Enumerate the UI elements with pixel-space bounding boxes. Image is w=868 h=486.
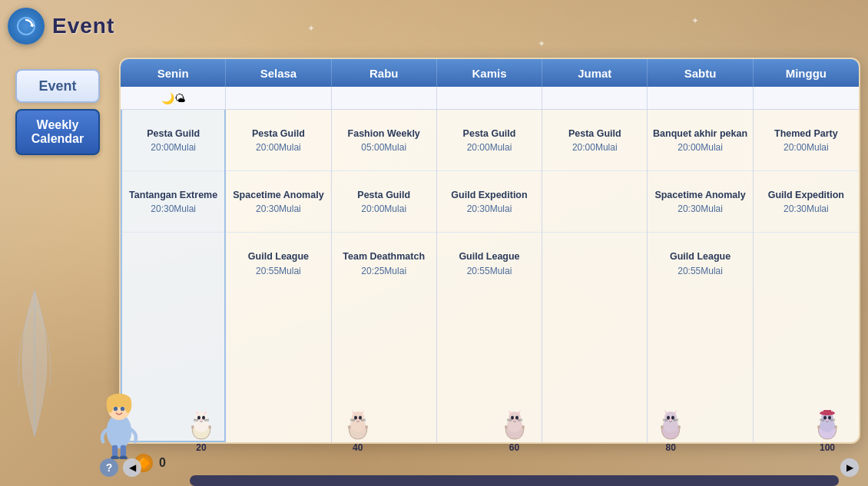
calendar-header-selasa: Selasa — [226, 59, 331, 87]
svg-point-28 — [356, 419, 359, 421]
event-time: 05:00Mulai — [361, 142, 406, 153]
title-bar: Event — [8, 8, 114, 45]
event-time: 20:55Mulai — [256, 266, 301, 276]
event-time: 20:25Mulai — [361, 266, 406, 276]
calendar-header-kamis: Kamis — [437, 59, 542, 87]
event-time: 20:00Mulai — [678, 142, 723, 153]
help-button[interactable]: ? — [100, 458, 118, 477]
event-time: 20:00Mulai — [572, 142, 618, 153]
svg-point-58 — [827, 419, 829, 421]
page-title: Event — [52, 14, 114, 38]
progress-marker-60: 60 — [501, 410, 528, 453]
scroll-right-icon: ▶ — [846, 462, 853, 473]
svg-point-37 — [515, 415, 518, 419]
event-name: Guild Expedition — [768, 189, 844, 201]
calendar-icon-sabtu — [648, 87, 753, 109]
calendar-col-jumat: Pesta Guild20:00Mulai — [542, 110, 648, 442]
calendar-header: SeninSelasaRabuKamisJumatSabtuMinggu — [121, 59, 859, 87]
marker-value: 100 — [820, 442, 835, 453]
event-name: Pesta Guild — [463, 127, 516, 140]
progress-markers: 20 40 — [184, 410, 845, 453]
svg-point-7 — [114, 407, 118, 411]
calendar-header-minggu: Minggu — [754, 59, 859, 87]
calendar-event[interactable] — [122, 233, 224, 294]
calendar-event[interactable]: Themed Party20:00Mulai — [754, 110, 859, 171]
calendar-event[interactable]: Tantangan Extreme20:30Mulai — [122, 171, 224, 233]
calendar-event[interactable]: Pesta Guild20:00Mulai — [332, 171, 436, 233]
calendar-event[interactable] — [542, 171, 647, 233]
calendar-event[interactable]: Guild League20:55Mulai — [648, 233, 752, 294]
event-name: Tantangan Extreme — [129, 189, 217, 201]
calendar-event[interactable] — [542, 233, 647, 294]
event-name: Guild League — [670, 250, 731, 263]
svg-rect-64 — [823, 410, 831, 413]
calendar-col-minggu: Themed Party20:00MulaiGuild Expedition20… — [754, 110, 859, 442]
calendar-icon-kamis — [437, 87, 542, 109]
calendar-event[interactable]: Fashion Weekly05:00Mulai — [332, 110, 436, 171]
progress-marker-80: 80 — [657, 410, 684, 453]
calendar-col-selasa: Pesta Guild20:00MulaiSpacetime Anomaly20… — [226, 110, 331, 442]
sidebar: Event Weekly Calendar — [8, 69, 108, 155]
event-time: 20:30Mulai — [151, 203, 196, 214]
svg-point-8 — [121, 407, 124, 411]
progress-container: 20 40 — [184, 441, 845, 486]
title-icon — [8, 8, 45, 45]
mascot-icon — [344, 410, 372, 442]
svg-point-26 — [354, 415, 357, 419]
calendar-event[interactable]: Guild Expedition20:30Mulai — [754, 171, 859, 233]
calendar-header-rabu: Rabu — [332, 59, 437, 87]
mascot-icon — [813, 410, 841, 442]
calendar-event[interactable]: Pesta Guild20:00Mulai — [542, 110, 647, 171]
event-time: 20:55Mulai — [678, 266, 723, 276]
calendar-col-kamis: Pesta Guild20:00MulaiGuild Expedition20:… — [437, 110, 542, 442]
sidebar-item-event[interactable]: Event — [15, 69, 100, 103]
event-name: Pesta Guild — [147, 127, 200, 140]
calendar-event[interactable]: Pesta Guild20:00Mulai — [437, 110, 542, 171]
svg-point-6 — [124, 396, 131, 413]
calendar-event[interactable]: Guild Expedition20:30Mulai — [437, 171, 542, 233]
event-name: Themed Party — [774, 127, 838, 140]
calendar-icon-minggu — [754, 87, 859, 109]
calendar-icon-rabu — [332, 87, 437, 109]
bottom-bar: 🔶 0 20 — [119, 440, 860, 486]
scroll-right-button[interactable]: ▶ — [840, 458, 859, 477]
calendar-event[interactable]: Pesta Guild20:00Mulai — [226, 110, 330, 171]
calendar-event[interactable]: Team Deathmatch20:25Mulai — [332, 233, 436, 294]
event-time: 20:00Mulai — [784, 142, 829, 153]
event-time: 20:30Mulai — [784, 203, 829, 214]
calendar-event[interactable] — [754, 233, 859, 294]
sidebar-item-weekly-calendar[interactable]: Weekly Calendar — [15, 109, 100, 155]
calendar-event[interactable]: Guild League20:55Mulai — [437, 233, 542, 294]
mascot-icon — [501, 410, 528, 442]
event-name: Spacetime Anomaly — [654, 189, 745, 201]
event-name: Pesta Guild — [252, 127, 305, 140]
calendar-header-sabtu: Sabtu — [648, 59, 753, 87]
calendar-event[interactable]: Banquet akhir pekan20:00Mulai — [648, 110, 752, 171]
event-name: Guild Expedition — [451, 189, 527, 201]
progress-track — [190, 475, 839, 486]
calendar-panel: SeninSelasaRabuKamisJumatSabtuMinggu 🌙🌤 … — [119, 58, 860, 444]
event-name: Team Deathmatch — [343, 250, 425, 263]
scroll-left-icon: ◀ — [129, 462, 136, 473]
feather-decoration — [4, 286, 65, 440]
calendar-event[interactable]: Pesta Guild20:00Mulai — [122, 110, 224, 171]
calendar-icon-senin: 🌙🌤 — [121, 87, 226, 109]
character-figure — [92, 382, 146, 459]
scroll-left-button[interactable]: ◀ — [123, 458, 141, 477]
calendar-event[interactable]: Spacetime Anomaly20:30Mulai — [226, 171, 330, 233]
svg-point-18 — [200, 419, 203, 421]
sparkle-deco2: ✦ — [538, 38, 545, 49]
event-name: Fashion Weekly — [348, 127, 420, 140]
calendar-icon-selasa — [226, 87, 331, 109]
marker-value: 60 — [509, 442, 519, 453]
progress-marker-100: 100 — [813, 410, 841, 453]
event-name: Spacetime Anomaly — [233, 189, 323, 201]
marker-value: 40 — [353, 442, 363, 453]
event-time: 20:55Mulai — [467, 266, 512, 276]
calendar-event[interactable]: Guild League20:55Mulai — [226, 233, 330, 294]
calendar-event[interactable]: Spacetime Anomaly20:30Mulai — [648, 171, 752, 233]
sparkle-deco3: ✦ — [691, 15, 699, 26]
svg-point-27 — [359, 415, 362, 419]
svg-point-5 — [107, 396, 114, 413]
calendar-header-senin: Senin — [121, 59, 226, 87]
